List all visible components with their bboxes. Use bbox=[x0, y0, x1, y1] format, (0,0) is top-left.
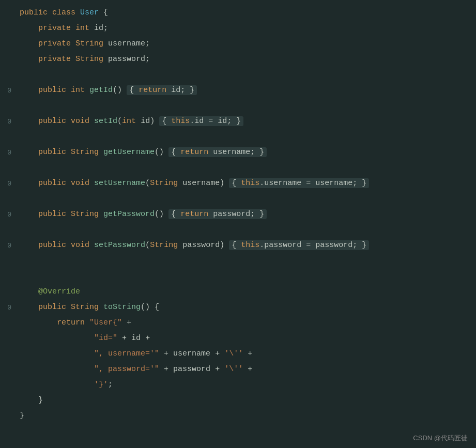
code-line-7 bbox=[0, 98, 476, 114]
line-number-8: 0 bbox=[0, 118, 16, 126]
line-content-3: private String username; bbox=[16, 38, 476, 50]
line-content-5 bbox=[16, 69, 476, 81]
line-content-22: "id=" + id + bbox=[16, 332, 476, 344]
code-line-1: public class User { bbox=[0, 5, 476, 21]
line-content-6: public int getId() { return id; } bbox=[16, 84, 476, 96]
code-line-6: 0 public int getId() { return id; } bbox=[0, 83, 476, 98]
code-line-15 bbox=[0, 222, 476, 238]
code-line-20: 0 public String toString() { bbox=[0, 300, 476, 315]
code-line-8: 0 public void setId(int id) { this.id = … bbox=[0, 114, 476, 129]
line-content-25: '}'; bbox=[16, 379, 476, 391]
code-line-12: 0 public void setUsername(String usernam… bbox=[0, 176, 476, 191]
watermark: CSDN @代码匠徒 bbox=[413, 434, 468, 443]
code-line-5 bbox=[0, 67, 476, 83]
line-content-26: } bbox=[16, 394, 476, 406]
line-number-12: 0 bbox=[0, 180, 16, 188]
code-line-22: "id=" + id + bbox=[0, 331, 476, 346]
code-line-4: private String password; bbox=[0, 52, 476, 67]
line-content-11 bbox=[16, 162, 476, 174]
code-line-19: @Override bbox=[0, 284, 476, 300]
line-content-17 bbox=[16, 255, 476, 267]
line-content-2: private int id; bbox=[16, 22, 476, 34]
code-line-13 bbox=[0, 191, 476, 207]
line-number-20: 0 bbox=[0, 304, 16, 312]
code-line-24: ", password='" + password + '\'' + bbox=[0, 362, 476, 377]
line-content-27: } bbox=[16, 410, 476, 422]
line-content-8: public void setId(int id) { this.id = id… bbox=[16, 115, 476, 127]
line-content-20: public String toString() { bbox=[16, 301, 476, 313]
line-content-10: public String getUsername() { return use… bbox=[16, 146, 476, 158]
line-content-12: public void setUsername(String username)… bbox=[16, 177, 476, 189]
line-number-14: 0 bbox=[0, 211, 16, 219]
code-line-3: private String username; bbox=[0, 36, 476, 52]
line-number-6: 0 bbox=[0, 87, 16, 95]
line-content-21: return "User{" + bbox=[16, 317, 476, 329]
line-number-10: 0 bbox=[0, 149, 16, 157]
line-content-18 bbox=[16, 270, 476, 282]
code-line-25: '}'; bbox=[0, 377, 476, 393]
code-editor: public class User { private int id; priv… bbox=[0, 0, 476, 448]
line-content-23: ", username='" + username + '\'' + bbox=[16, 348, 476, 360]
line-content-15 bbox=[16, 224, 476, 236]
line-content-9 bbox=[16, 131, 476, 143]
code-line-2: private int id; bbox=[0, 21, 476, 36]
code-line-18 bbox=[0, 269, 476, 284]
code-line-10: 0 public String getUsername() { return u… bbox=[0, 145, 476, 160]
line-content-1: public class User { bbox=[16, 7, 476, 19]
line-content-13 bbox=[16, 193, 476, 205]
code-line-23: ", username='" + username + '\'' + bbox=[0, 346, 476, 362]
line-content-19: @Override bbox=[16, 286, 476, 298]
line-content-16: public void setPassword(String password)… bbox=[16, 239, 476, 251]
code-line-14: 0 public String getPassword() { return p… bbox=[0, 207, 476, 222]
code-line-9 bbox=[0, 129, 476, 145]
code-line-11 bbox=[0, 160, 476, 176]
code-line-17 bbox=[0, 253, 476, 269]
line-content-24: ", password='" + password + '\'' + bbox=[16, 363, 476, 375]
code-line-27: } bbox=[0, 408, 476, 424]
line-content-4: private String password; bbox=[16, 53, 476, 65]
line-number-16: 0 bbox=[0, 242, 16, 250]
code-line-21: return "User{" + bbox=[0, 315, 476, 331]
code-line-26: } bbox=[0, 393, 476, 408]
line-content-7 bbox=[16, 100, 476, 112]
line-content-14: public String getPassword() { return pas… bbox=[16, 208, 476, 220]
code-line-16: 0 public void setPassword(String passwor… bbox=[0, 238, 476, 253]
